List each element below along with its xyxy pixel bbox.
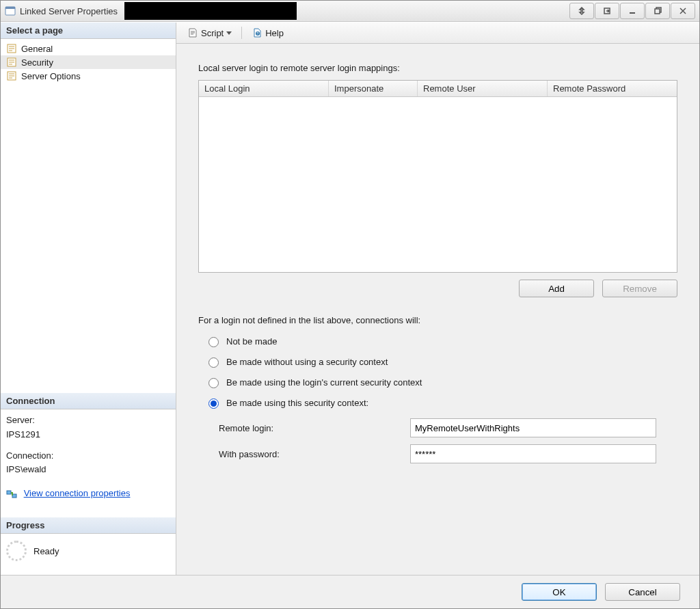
security-page: Local server login to remote server logi…	[176, 44, 699, 575]
remove-button[interactable]: Remove	[602, 280, 677, 297]
pin-button[interactable]	[569, 3, 594, 19]
redacted-servername	[124, 2, 297, 20]
connection-label: Connection:	[6, 449, 170, 463]
svg-rect-1	[5, 7, 15, 9]
ok-button[interactable]: OK	[522, 583, 597, 601]
col-remote-password[interactable]: Remote Password	[548, 81, 677, 96]
svg-rect-8	[7, 491, 11, 494]
remote-login-label: Remote login:	[219, 423, 410, 433]
radio-current-security-context[interactable]: Be made using the login's current securi…	[205, 376, 677, 388]
radio-this-security-context[interactable]: Be made using this security context:	[205, 396, 677, 409]
with-password-input[interactable]	[410, 444, 656, 463]
progress-status: Ready	[33, 546, 59, 556]
mappings-label: Local server login to remote server logi…	[198, 63, 677, 73]
svg-rect-4	[655, 9, 660, 14]
radio-label: Be made without using a security context	[226, 357, 388, 367]
add-button[interactable]: Add	[519, 280, 594, 297]
grid-body[interactable]	[199, 97, 677, 272]
radio-input[interactable]	[208, 357, 219, 368]
remote-credentials: Remote login: With password:	[219, 418, 677, 463]
with-password-label: With password:	[219, 449, 410, 459]
restore-button[interactable]	[645, 3, 670, 19]
page-item-general[interactable]: General	[1, 42, 176, 55]
dialog-footer: OK Cancel	[1, 575, 699, 608]
server-value: IPS1291	[6, 428, 170, 442]
dropdown-caret-icon	[226, 31, 232, 35]
page-icon	[6, 70, 17, 81]
page-icon	[6, 57, 17, 68]
progress-header: Progress	[1, 517, 176, 534]
cancel-button[interactable]: Cancel	[605, 583, 680, 601]
col-remote-user[interactable]: Remote User	[418, 81, 548, 96]
titlebar[interactable]: Linked Server Properties	[1, 1, 699, 22]
connection-header: Connection	[1, 393, 176, 409]
script-button[interactable]: Script	[183, 26, 236, 40]
page-item-security[interactable]: Security	[1, 55, 176, 69]
page-list: General Security Server Options	[1, 39, 176, 85]
window-controls	[569, 3, 695, 19]
help-button[interactable]: ? Help	[247, 26, 288, 40]
col-impersonate[interactable]: Impersonate	[329, 81, 418, 96]
radio-label: Be made using this security context:	[226, 398, 368, 408]
grid-header: Local Login Impersonate Remote User Remo…	[199, 81, 677, 97]
radio-input[interactable]	[208, 378, 219, 388]
content-pane: Script ? Help Local server login to remo…	[176, 23, 699, 575]
remote-login-input[interactable]	[410, 418, 656, 437]
progress-spinner-icon	[6, 541, 27, 561]
radio-no-security-context[interactable]: Be made without using a security context	[205, 355, 677, 368]
connection-properties-icon	[6, 489, 17, 500]
app-icon	[5, 5, 16, 16]
connection-value: IPS\ewald	[6, 463, 170, 477]
page-label: Server Options	[21, 71, 81, 81]
svg-text:?: ?	[257, 31, 259, 36]
radio-input[interactable]	[208, 337, 219, 347]
dialog-window: Linked Server Properties Select a page G…	[0, 0, 700, 609]
page-label: General	[21, 44, 53, 54]
help-icon: ?	[252, 27, 262, 38]
server-label: Server:	[6, 414, 170, 428]
content-toolbar: Script ? Help	[176, 23, 699, 44]
security-mode-radiogroup: Not be made Be made without using a secu…	[205, 335, 677, 409]
view-connection-properties-link[interactable]: View connection properties	[24, 488, 131, 498]
popout-button[interactable]	[595, 3, 619, 19]
col-local-login[interactable]: Local Login	[199, 81, 329, 96]
login-mappings-grid[interactable]: Local Login Impersonate Remote User Remo…	[198, 80, 677, 273]
window-title: Linked Server Properties	[20, 6, 118, 16]
script-label: Script	[201, 28, 224, 38]
radio-input[interactable]	[208, 398, 219, 409]
select-page-header: Select a page	[1, 23, 176, 39]
minimize-button[interactable]	[620, 3, 645, 19]
radio-label: Not be made	[226, 336, 277, 347]
script-icon	[187, 27, 198, 38]
page-icon	[6, 43, 17, 54]
radio-not-be-made[interactable]: Not be made	[205, 335, 677, 347]
radio-label: Be made using the login's current securi…	[226, 377, 422, 388]
progress-block: Ready	[1, 534, 176, 575]
connection-block: Server: IPS1291 Connection: IPS\ewald Vi…	[1, 409, 176, 505]
undefined-login-label: For a login not defined in the list abov…	[198, 315, 677, 325]
help-label: Help	[265, 28, 284, 38]
page-item-server-options[interactable]: Server Options	[1, 69, 176, 83]
close-button[interactable]	[671, 3, 695, 19]
toolbar-separator	[241, 27, 242, 39]
sidebar: Select a page General Security Server Op…	[1, 23, 176, 575]
page-label: Security	[21, 57, 53, 68]
